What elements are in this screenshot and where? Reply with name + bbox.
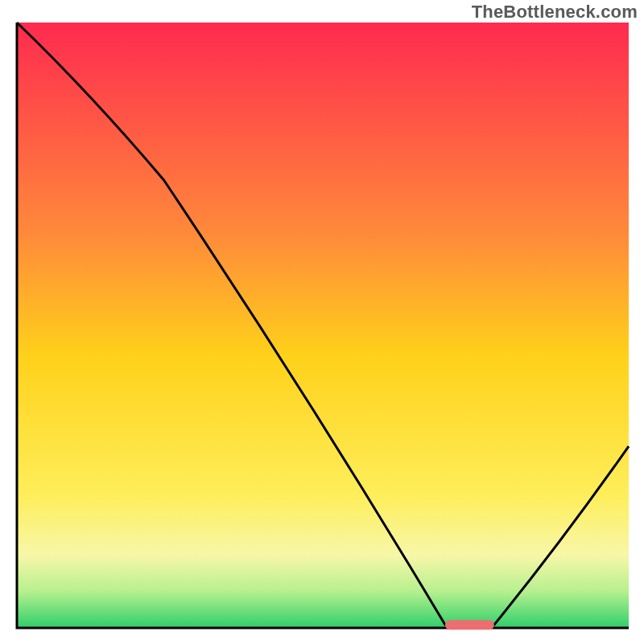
chart-container: TheBottleneck.com [0,0,644,644]
bottleneck-chart [0,0,644,644]
watermark-label: TheBottleneck.com [472,2,638,23]
gradient-background [17,23,629,628]
optimal-marker [445,620,494,630]
